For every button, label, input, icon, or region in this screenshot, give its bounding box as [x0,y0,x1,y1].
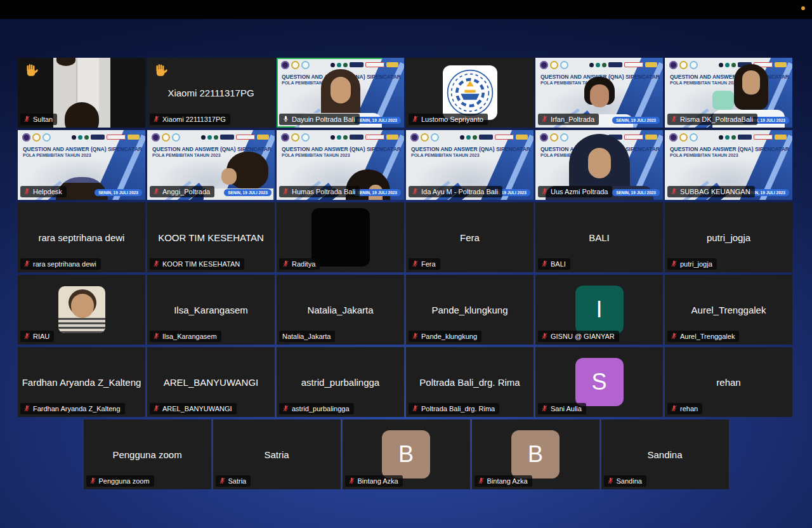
system-top-bar [0,0,812,19]
participant-tile[interactable]: Poltrada Bali_drg. RimaPoltrada Bali_drg… [406,347,534,417]
participant-tile[interactable]: Natalia_JakartaNatalia_Jakarta [277,275,404,345]
participant-label-text: Aurel_Trenggalek [680,333,735,340]
banner-subtitle: POLA PEMBIBITAN TAHUN 2023 [670,153,738,157]
institution-logo-icon [32,133,41,142]
participant-tile[interactable]: QUESTION AND ANSWER (QNA) SIPENCATARPOLA… [18,130,145,200]
participant-tile[interactable]: putri_jogjaputri_jogja [665,202,792,272]
institution-logo-icon [172,133,180,142]
participant-name-label: Humas Poltrada Bali [279,186,360,197]
mic-muted-icon [219,477,226,484]
badge-icon [725,135,730,140]
participant-name-label: Sandina [604,475,646,487]
participant-tile[interactable]: QUESTION AND ANSWER (QNA) SIPENCATARPOLA… [665,58,792,128]
mic-muted-icon [348,477,355,484]
mic-muted-icon [89,477,96,484]
participant-tile[interactable]: AREL_BANYUWANGIAREL_BANYUWANGI [147,347,275,417]
gallery-view: SultanXiaomi 22111317PGXiaomi 22111317PG… [18,58,794,492]
badge-icon [473,135,477,140]
participant-tile[interactable]: astrid_purbalinggaastrid_purbalingga [277,347,404,417]
participant-label-text: Fera [421,260,436,268]
participant-tile[interactable]: Pande_klungkungPande_klungkung [406,275,534,345]
participant-name-label: Satria [216,475,251,487]
participant-tile[interactable]: Xiaomi 22111317PGXiaomi 22111317PG [147,58,275,128]
participant-tile[interactable]: FeraFera [406,202,534,272]
participant-tile[interactable]: rehanrehan [665,347,792,417]
badge-icon [589,63,594,67]
banner-badges [460,135,528,140]
gallery-row: rara septrihana dewirara septrihana dewi… [18,202,794,272]
participant-name-label: Aurel_Trenggalek [667,331,739,342]
banner-badges [719,135,787,140]
participant-name-label: rara septrihana dewi [20,258,101,270]
participant-tile[interactable]: QUESTION AND ANSWER (QNA) SIPENCATARPOLA… [665,130,792,200]
participant-tile[interactable]: BALIBALI [535,202,663,272]
participant-name-label: Pande_klungkung [409,331,481,342]
badge-pill [257,135,269,140]
mic-muted-icon [541,260,548,267]
participant-name-label: astrid_purbalingga [279,403,354,414]
participant-name-label: putri_jogja [667,258,717,270]
badge-pill [350,62,363,67]
participant-tile[interactable]: QUESTION AND ANSWER (QNA) SIPENCATARPOLA… [535,130,663,200]
participant-tile[interactable]: Fardhan Aryanda Z_KaltengFardhan Aryanda… [18,347,145,417]
gallery-row: RIAUIlsa_KarangasemIlsa_KarangasemNatali… [18,275,794,345]
banner-title: QUESTION AND ANSWER (QNA) SIPENCATAR [670,146,789,152]
badge-pill [386,62,398,67]
banner-badges [589,62,657,67]
banner-logos [281,133,310,142]
participant-tile[interactable]: Raditya [277,202,404,272]
participant-tile[interactable]: BBintang Azka [472,419,599,489]
banner-title: QUESTION AND ANSWER (QNA) SIPENCATAR [23,146,142,152]
participant-tile[interactable]: QUESTION AND ANSWER (QNA) SIPENCATARPOLA… [406,130,534,200]
participant-name-label: Poltrada Bali_drg. Rima [409,403,499,414]
raised-hand-icon [24,63,39,78]
banner-logos [669,61,698,69]
institution-logo-icon [560,61,568,69]
badge-pill [479,135,493,140]
participant-tile[interactable]: Aurel_TrenggalekAurel_Trenggalek [665,275,792,345]
participant-label-text: astrid_purbalingga [292,405,350,412]
banner-logos [669,133,698,142]
mic-muted-icon [282,260,289,267]
participant-name-label: Anggi_Poltrada [150,186,214,197]
mic-muted-icon [412,405,419,412]
participant-tile[interactable]: QUESTION AND ANSWER (QNA) SIPENCATARPOLA… [147,130,275,200]
phone-video-feed [53,58,110,128]
participant-tile[interactable]: SandinaSandina [601,419,729,489]
participant-label-text: Risma DK_PoltradaBali [680,116,753,123]
institution-logo-icon [152,133,160,142]
participant-label-text: Poltrada Bali_drg. Rima [421,405,495,412]
participant-tile[interactable]: BBintang Azka [343,419,470,489]
participant-tile[interactable]: SSani Aulia [535,347,663,417]
participant-tile[interactable]: RIAU [18,275,145,345]
participant-tile[interactable]: IGISNU @ GIANYAR [535,275,663,345]
institution-logo-icon [669,133,678,142]
participant-tile[interactable]: Ilsa_KarangasemIlsa_Karangasem [147,275,275,345]
participant-tile[interactable]: QUESTION AND ANSWER (QNA) SIPENCATARPOLA… [277,58,404,128]
participant-tile[interactable]: SatriaSatria [213,419,341,489]
participant-tile[interactable]: QUESTION AND ANSWER (QNA) SIPENCATARPOLA… [535,58,663,128]
participant-tile[interactable]: Pengguna zoomPengguna zoom [84,419,211,489]
participant-label-text: Ilsa_Karangasem [162,333,217,340]
participant-tile[interactable]: KOOR TIM KESEHATANKOOR TIM KESEHATAN [147,202,275,272]
participant-label-text: Pengguna zoom [99,477,150,485]
mic-muted-icon [153,333,160,340]
gallery-row: Fardhan Aryanda Z_KaltengFardhan Aryanda… [18,347,794,417]
avatar [311,208,370,267]
participant-tile[interactable]: rara septrihana dewirara septrihana dewi [18,202,145,272]
mic-muted-icon [153,116,160,122]
mic-muted-icon [607,477,614,484]
notification-dot [801,6,805,10]
participant-label-text: Sandina [617,477,642,485]
mic-muted-icon [153,188,160,195]
participant-tile[interactable]: QUESTION AND ANSWER (QNA) SIPENCATARPOLA… [277,130,404,200]
participant-tile[interactable]: Sultan [18,58,145,128]
participant-label-text: SUBBAG KEUANGAN [680,188,750,195]
participant-name-label: rehan [667,403,702,414]
participant-tile[interactable]: Lustomo Sepriyanto [406,58,534,128]
badge-pill [608,62,622,67]
badge-pill [754,135,773,140]
participant-name-label: Bintang Azka [475,475,532,487]
video-partial-head [56,58,75,66]
badge-pill [516,135,528,140]
